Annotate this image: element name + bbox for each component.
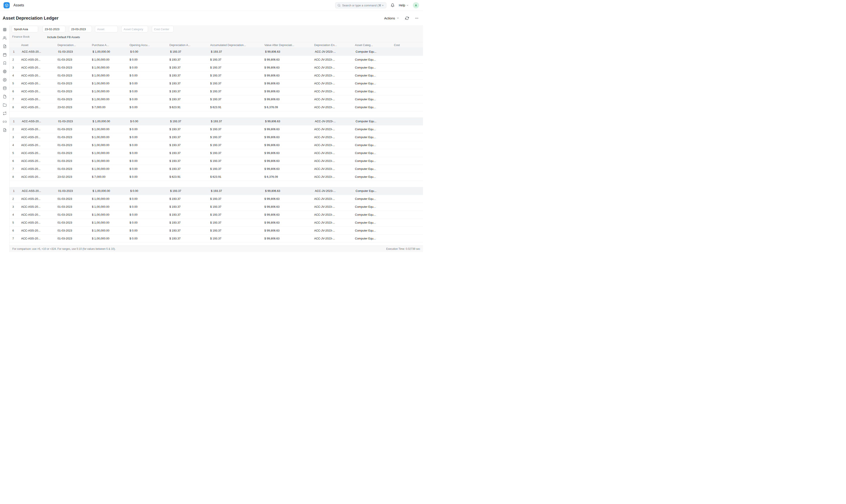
search-input[interactable] — [342, 4, 384, 7]
cell[interactable]: $ 0.00 — [129, 197, 169, 200]
cell[interactable]: ACC-JV-2023-... — [314, 136, 355, 139]
cell[interactable]: $ 193.37 — [211, 189, 265, 193]
sidebar-bookmark-icon[interactable] — [3, 61, 6, 65]
cell[interactable]: Computer Equ... — [355, 143, 394, 147]
cell[interactable]: $ 7,000.00 — [92, 106, 129, 109]
column-header[interactable]: Cost — [394, 43, 423, 47]
cell[interactable]: ACC-ASS-20... — [21, 106, 57, 109]
cell[interactable]: $ 193.37 — [210, 159, 264, 163]
cell[interactable]: $ 0.00 — [129, 128, 169, 131]
cell[interactable]: 01-03-2023 — [58, 120, 92, 123]
cell[interactable]: ACC-JV-2023-... — [314, 205, 355, 209]
cell[interactable]: $ 1,00,000.00 — [92, 229, 129, 232]
cell[interactable]: $ 6,376.09 — [264, 106, 314, 109]
cell[interactable]: $ 193.37 — [210, 229, 264, 232]
cell[interactable]: $ 99,806.63 — [264, 237, 314, 240]
cell[interactable]: $ 193.37 — [210, 136, 264, 139]
cell[interactable]: $ 99,806.63 — [264, 229, 314, 232]
cell[interactable]: $ 99,806.63 — [264, 90, 314, 93]
cell[interactable]: $ 0.00 — [129, 136, 169, 139]
cell[interactable]: Computer Equ... — [355, 229, 394, 232]
cell[interactable]: $ 99,806.63 — [264, 159, 314, 163]
cell[interactable]: 01-03-2023 — [57, 221, 92, 224]
table-row[interactable]: 3ACC-ASS-20...01-03-2023$ 1,00,000.00$ 0… — [10, 133, 423, 141]
cell[interactable]: $ 1,00,000.00 — [92, 205, 129, 209]
asset-filter-input[interactable] — [95, 26, 118, 32]
cell[interactable]: $ 193.37 — [169, 205, 210, 209]
cell[interactable]: 01-03-2023 — [57, 143, 92, 147]
cell[interactable]: $ 193.37 — [169, 213, 210, 216]
cell[interactable]: $ 6,376.09 — [264, 175, 314, 178]
cell[interactable]: Computer Equ... — [355, 90, 394, 93]
cell[interactable]: 01-03-2023 — [57, 97, 92, 101]
cell[interactable]: ACC-ASS-20... — [21, 213, 57, 216]
cell[interactable]: $ 193.37 — [210, 221, 264, 224]
help-menu-button[interactable]: Help — [399, 3, 409, 7]
table-row[interactable]: 7ACC-ASS-20...01-03-2023$ 1,00,000.00$ 0… — [10, 235, 423, 242]
cell[interactable]: $ 193.37 — [169, 74, 210, 77]
cell[interactable]: ACC-JV-2023-... — [314, 90, 355, 93]
cell[interactable]: Computer Equ... — [355, 128, 394, 131]
company-filter-input[interactable] — [12, 26, 38, 32]
cell[interactable]: $ 623.91 — [210, 175, 264, 178]
cell[interactable]: Computer Equ... — [355, 159, 394, 163]
table-row[interactable]: 8ACC-ASS-20...23-02-2023$ 7,000.00$ 0.00… — [10, 173, 423, 181]
cell[interactable]: Computer Equ... — [355, 205, 394, 209]
cell[interactable]: 01-03-2023 — [58, 50, 92, 53]
cell[interactable]: $ 1,00,000.00 — [92, 82, 129, 85]
cell[interactable]: $ 99,806.63 — [264, 66, 314, 69]
cell[interactable]: $ 193.37 — [210, 167, 264, 170]
cell[interactable]: ACC-ASS-20... — [21, 82, 57, 85]
cell[interactable]: $ 623.91 — [169, 175, 210, 178]
cell[interactable]: $ 99,806.63 — [264, 197, 314, 200]
cell[interactable]: Computer Equ... — [355, 197, 394, 200]
refresh-button[interactable] — [405, 16, 409, 20]
cell[interactable]: $ 193.37 — [210, 213, 264, 216]
sidebar-settings-icon[interactable] — [3, 78, 6, 82]
cell[interactable]: $ 623.91 — [169, 106, 210, 109]
cell[interactable]: Computer Equ... — [356, 189, 395, 193]
cell[interactable]: $ 1,00,000.00 — [92, 128, 129, 131]
sidebar-file-icon[interactable] — [3, 95, 6, 98]
cell[interactable]: $ 193.37 — [210, 143, 264, 147]
cell[interactable]: ACC-JV-2023-... — [314, 128, 355, 131]
cell[interactable]: $ 0.00 — [129, 205, 169, 209]
cell[interactable]: 01-03-2023 — [57, 151, 92, 155]
cell[interactable]: $ 193.37 — [170, 120, 211, 123]
cell[interactable]: $ 193.37 — [169, 82, 210, 85]
cell[interactable]: $ 99,806.63 — [264, 167, 314, 170]
cell[interactable]: ACC-ASS-20... — [21, 151, 57, 155]
cell[interactable]: ACC-ASS-20... — [21, 74, 57, 77]
cell[interactable]: $ 0.00 — [129, 159, 169, 163]
cell[interactable]: $ 99,806.63 — [264, 143, 314, 147]
cell[interactable]: Computer Equ... — [355, 213, 394, 216]
cell[interactable]: $ 0.00 — [129, 167, 169, 170]
cell[interactable]: ACC-ASS-20... — [21, 159, 57, 163]
cell[interactable]: $ 1,00,000.00 — [92, 50, 130, 53]
cell[interactable]: ACC-JV-2023-... — [314, 151, 355, 155]
table-row[interactable]: 1ACC-ASS-20...01-03-2023$ 1,00,000.00$ 0… — [10, 48, 423, 56]
column-header[interactable]: Depreciation En... — [314, 43, 355, 47]
cell[interactable]: $ 623.91 — [210, 106, 264, 109]
cell[interactable]: ACC-JV-2023-... — [314, 197, 355, 200]
cell[interactable]: $ 0.00 — [129, 229, 169, 232]
cell[interactable]: $ 193.37 — [211, 50, 265, 53]
cell[interactable]: ACC-ASS-20... — [21, 175, 57, 178]
cell[interactable]: $ 1,00,000.00 — [92, 189, 130, 193]
cell[interactable]: ACC-JV-2023-... — [314, 82, 355, 85]
cell[interactable]: $ 193.37 — [210, 90, 264, 93]
cell[interactable]: $ 0.00 — [129, 66, 169, 69]
cell[interactable]: $ 99,806.63 — [264, 97, 314, 101]
cell[interactable]: $ 99,806.63 — [264, 151, 314, 155]
cell[interactable]: 01-03-2023 — [57, 237, 92, 240]
column-header[interactable]: Value After Depreciati... — [264, 43, 314, 47]
cell[interactable]: $ 99,806.63 — [265, 120, 315, 123]
cell[interactable]: Computer Equ... — [355, 82, 394, 85]
cell[interactable]: $ 1,00,000.00 — [92, 66, 129, 69]
cell[interactable]: $ 193.37 — [169, 66, 210, 69]
cell[interactable]: $ 193.37 — [169, 97, 210, 101]
cell[interactable]: Computer Equ... — [355, 58, 394, 61]
cell[interactable]: ACC-ASS-20... — [21, 167, 57, 170]
cell[interactable]: $ 1,00,000.00 — [92, 213, 129, 216]
cell[interactable]: $ 0.00 — [129, 151, 169, 155]
